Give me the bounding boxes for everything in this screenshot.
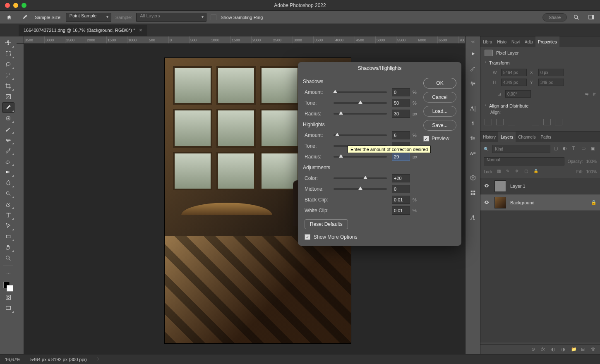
filter-adjust-icon[interactable]: ◐ — [563, 146, 569, 152]
y-input[interactable] — [538, 79, 564, 86]
mask-icon[interactable]: ◐ — [551, 347, 557, 352]
panel-tab[interactable]: Adju — [522, 36, 535, 47]
color-swatches[interactable] — [3, 282, 13, 292]
visibility-icon[interactable] — [484, 199, 490, 206]
group-icon[interactable]: 📁 — [571, 347, 577, 352]
highlights-amount-slider[interactable] — [334, 134, 387, 136]
panel-tab[interactable]: Channels — [516, 132, 538, 142]
dodge-tool[interactable] — [2, 189, 14, 199]
flip-v-icon[interactable]: ⇵ — [593, 92, 596, 96]
lasso-tool[interactable] — [2, 60, 14, 69]
zoom-tool[interactable] — [2, 253, 14, 263]
panel-tab[interactable]: Histo — [494, 36, 509, 47]
show-ring-checkbox[interactable] — [211, 14, 216, 20]
healing-brush-tool[interactable] — [2, 113, 14, 123]
save-button[interactable]: Save... — [423, 120, 456, 131]
dock-collapse-icon[interactable]: ≪ — [471, 40, 475, 44]
fill-value[interactable]: 100% — [586, 170, 597, 174]
new-layer-icon[interactable]: ⊞ — [581, 347, 587, 352]
eyedropper-tool[interactable] — [2, 103, 14, 113]
layer-item[interactable]: Background 🔒 — [480, 194, 600, 211]
panel-tab[interactable]: Properties — [535, 36, 559, 47]
load-button[interactable]: Load... — [423, 106, 456, 117]
color-input[interactable] — [392, 174, 410, 182]
paragraph-panel-icon[interactable]: ¶ — [468, 118, 478, 128]
rectangle-tool[interactable] — [2, 232, 14, 242]
close-tab-icon[interactable]: × — [139, 27, 142, 33]
blur-tool[interactable] — [2, 178, 14, 188]
filter-pixel-icon[interactable]: ▢ — [554, 146, 559, 152]
link-layers-icon[interactable]: ⊘ — [531, 347, 537, 352]
show-more-checkbox[interactable]: ✓ — [305, 234, 310, 240]
zoom-level[interactable]: 16,67% — [5, 357, 20, 362]
x-input[interactable] — [538, 69, 564, 76]
pen-tool[interactable] — [2, 199, 14, 209]
status-chevron-icon[interactable]: 〉 — [97, 356, 101, 362]
lock-brush-icon[interactable]: ✎ — [506, 169, 512, 175]
document-tab[interactable]: 1664087437211.dng @ 16,7% (Background, R… — [19, 24, 147, 36]
eraser-tool[interactable] — [2, 156, 14, 166]
close-window-icon[interactable] — [5, 3, 10, 8]
ok-button[interactable]: OK — [423, 78, 456, 89]
width-input[interactable] — [501, 69, 527, 76]
maximize-window-icon[interactable] — [22, 3, 26, 8]
home-button[interactable] — [3, 12, 15, 22]
black-clip-input[interactable] — [392, 196, 410, 204]
sample-size-select[interactable]: Point Sample — [66, 13, 111, 22]
align-header[interactable]: Align and Distribute — [480, 102, 600, 110]
brushes-panel-icon[interactable] — [468, 64, 478, 74]
character-panel-icon[interactable]: A| — [468, 103, 478, 113]
paragraph-styles-icon[interactable]: ¶≡ — [468, 133, 478, 143]
quick-mask-icon[interactable] — [2, 292, 14, 302]
filter-type-icon[interactable]: T — [572, 146, 578, 152]
midtone-input[interactable] — [392, 185, 410, 193]
midtone-slider[interactable] — [334, 188, 387, 190]
white-clip-input[interactable] — [392, 206, 410, 215]
filter-shape-icon[interactable]: ▭ — [581, 146, 587, 152]
shadows-amount-slider[interactable] — [334, 91, 387, 93]
opacity-value[interactable]: 100% — [586, 159, 597, 164]
panel-tab[interactable]: Libra — [480, 36, 494, 47]
screen-mode-icon[interactable] — [2, 303, 14, 313]
transform-header[interactable]: Transform — [480, 59, 600, 67]
shadows-tone-input[interactable] — [392, 99, 410, 107]
play-icon[interactable] — [468, 49, 478, 59]
color-slider[interactable] — [334, 177, 387, 179]
tool-preset-icon[interactable] — [19, 12, 31, 22]
highlights-radius-slider[interactable] — [334, 156, 387, 158]
lock-all-icon[interactable]: 🔒 — [533, 169, 539, 175]
angle-input[interactable] — [505, 90, 531, 98]
align-center-v-icon[interactable] — [543, 119, 551, 125]
panel-tab[interactable]: Navi — [509, 36, 522, 47]
align-top-icon[interactable] — [532, 119, 539, 125]
workspace-icon[interactable] — [586, 12, 597, 23]
adjustment-layer-icon[interactable]: ◑ — [561, 347, 567, 352]
path-selection-tool[interactable] — [2, 221, 14, 231]
type-tool[interactable] — [2, 210, 14, 220]
filter-smart-icon[interactable]: ▣ — [591, 146, 597, 152]
move-tool[interactable] — [2, 38, 14, 48]
gradient-tool[interactable] — [2, 167, 14, 177]
visibility-icon[interactable] — [484, 183, 490, 189]
search-icon[interactable] — [571, 12, 582, 23]
glyphs-panel-icon[interactable]: A — [468, 213, 478, 223]
shadows-radius-slider[interactable] — [334, 113, 387, 115]
lock-position-icon[interactable]: ✥ — [515, 169, 521, 175]
shadows-amount-input[interactable] — [392, 88, 410, 96]
reset-defaults-button[interactable]: Reset Defaults — [305, 219, 348, 229]
clone-stamp-tool[interactable] — [2, 135, 14, 145]
grid-panel-icon[interactable] — [468, 188, 478, 198]
marquee-tool[interactable] — [2, 49, 14, 59]
layer-name[interactable]: Background — [510, 200, 535, 205]
character-styles-icon[interactable]: A≡ — [468, 148, 478, 158]
brush-tool[interactable] — [2, 124, 14, 134]
panel-tab[interactable]: Paths — [538, 132, 554, 142]
layer-name[interactable]: Layer 1 — [510, 184, 526, 189]
adjustments-panel-icon[interactable] — [468, 79, 478, 89]
align-left-icon[interactable] — [485, 119, 492, 125]
delete-layer-icon[interactable]: 🗑 — [591, 347, 597, 352]
fx-icon[interactable]: fx — [541, 347, 547, 352]
crop-tool[interactable] — [2, 81, 14, 91]
preview-checkbox[interactable]: ✓ — [423, 136, 429, 141]
minimize-window-icon[interactable] — [13, 3, 18, 8]
